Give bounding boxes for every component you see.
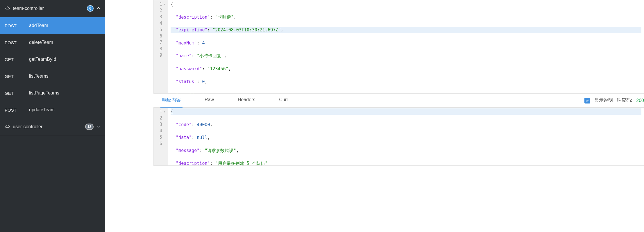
endpoint-name: getTeamById [29,57,56,62]
endpoint-addTeam[interactable]: POST addTeam [0,17,105,34]
response-code[interactable]: { "code": 40000, "data": null, "message"… [168,108,644,165]
cloud-icon [5,124,10,129]
response-body-editor[interactable]: 1▾23456 { "code": 40000, "data": null, "… [153,108,644,166]
controller-name: team-controller [13,6,44,11]
main-panel: 1▾23456789 { "description": "卡哇伊", "expi… [105,0,644,232]
method-label: POST [5,40,21,45]
tab-raw[interactable]: Raw [203,94,216,108]
request-gutter: 1▾23456789 [154,0,168,93]
endpoint-name: listPageTeams [29,90,59,96]
tab-headers[interactable]: Headers [236,94,257,108]
controller-header-team[interactable]: team-controller 6 [0,0,105,17]
request-body-editor[interactable]: 1▾23456789 { "description": "卡哇伊", "expi… [153,0,644,94]
response-tabs-row: 响应内容 Raw Headers Curl 显示说明 响应码: 200 [153,94,644,108]
endpoint-name: deleteTeam [29,40,53,45]
method-label: GET [5,57,21,62]
method-label: GET [5,91,21,96]
endpoint-listPageTeams[interactable]: GET listPageTeams [0,85,105,101]
response-code-label: 响应码: [617,97,632,103]
endpoint-listTeams[interactable]: GET listTeams [0,68,105,85]
cloud-icon [5,6,10,11]
endpoint-deleteTeam[interactable]: POST deleteTeam [0,34,105,51]
endpoint-updateTeam[interactable]: POST updateTeam [0,101,105,118]
request-code[interactable]: { "description": "卡哇伊", "expireTime": "2… [168,0,644,93]
controller-name: user-controller [13,124,42,129]
endpoint-getTeamById[interactable]: GET getTeamById [0,51,105,68]
show-description-checkbox[interactable] [584,98,590,103]
chevron-down-icon [96,124,101,129]
endpoint-count-badge: 12 [85,124,94,130]
response-gutter: 1▾23456 [154,108,168,165]
endpoints-list-team: POST addTeam POST deleteTeam GET getTeam… [0,17,105,118]
tab-curl[interactable]: Curl [278,94,289,108]
response-code-value: 200 [636,98,644,103]
tab-response-content[interactable]: 响应内容 [160,94,183,108]
response-tabs: 响应内容 Raw Headers Curl [153,94,289,108]
endpoint-count-badge: 6 [87,5,94,12]
method-label: POST [5,108,21,113]
method-label: GET [5,74,21,79]
endpoint-name: addTeam [29,23,48,28]
sidebar: team-controller 6 POST addTeam POST dele… [0,0,105,232]
controller-header-user[interactable]: user-controller 12 [0,118,105,135]
endpoint-name: updateTeam [29,107,55,113]
endpoint-name: listTeams [29,74,49,79]
chevron-up-icon [96,6,101,11]
show-description-label: 显示说明 [594,97,613,103]
method-label: POST [5,23,21,28]
